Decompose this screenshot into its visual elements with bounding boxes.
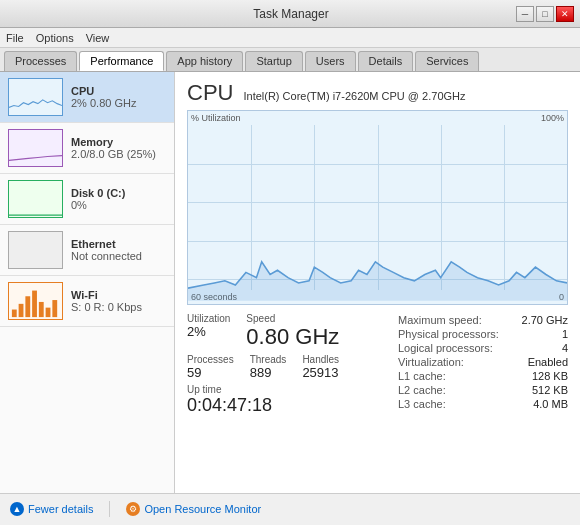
resource-monitor-button[interactable]: ⚙ Open Resource Monitor bbox=[126, 502, 261, 516]
cpu-header: CPU Intel(R) Core(TM) i7-2620M CPU @ 2.7… bbox=[187, 80, 568, 106]
threads-label: Threads bbox=[250, 354, 287, 365]
svg-rect-6 bbox=[19, 304, 24, 317]
tab-startup[interactable]: Startup bbox=[245, 51, 302, 71]
physical-label: Physical processors: bbox=[398, 328, 499, 340]
footer: ▲ Fewer details ⚙ Open Resource Monitor bbox=[0, 493, 580, 523]
window-title: Task Manager bbox=[66, 7, 516, 21]
processes-block: Processes 59 bbox=[187, 354, 234, 380]
fewer-details-icon: ▲ bbox=[10, 502, 24, 516]
speed-block: Speed 0.80 GHz bbox=[246, 313, 339, 350]
virtualization-value: Enabled bbox=[528, 356, 568, 368]
virtualization-row: Virtualization: Enabled bbox=[398, 355, 568, 369]
utilization-block: Utilization 2% bbox=[187, 313, 230, 350]
svg-rect-3 bbox=[9, 232, 62, 268]
l1-row: L1 cache: 128 KB bbox=[398, 369, 568, 383]
logical-label: Logical processors: bbox=[398, 342, 493, 354]
threads-block: Threads 889 bbox=[250, 354, 287, 380]
processes-label: Processes bbox=[187, 354, 234, 365]
util-speed-row: Utilization 2% Speed 0.80 GHz bbox=[187, 313, 398, 350]
disk-label: Disk 0 (C:) 0% bbox=[71, 187, 125, 211]
minimize-button[interactable]: ─ bbox=[516, 6, 534, 22]
cpu-panel-title: CPU bbox=[187, 80, 233, 106]
svg-rect-8 bbox=[32, 291, 37, 318]
stats-left: Utilization 2% Speed 0.80 GHz Processes … bbox=[187, 313, 398, 416]
menu-options[interactable]: Options bbox=[36, 32, 74, 44]
chart-util-label: % Utilization bbox=[191, 113, 241, 123]
uptime-value: 0:04:47:18 bbox=[187, 395, 398, 416]
uptime-block: Up time 0:04:47:18 bbox=[187, 384, 398, 416]
tab-users[interactable]: Users bbox=[305, 51, 356, 71]
ethernet-thumbnail bbox=[8, 231, 63, 269]
resource-monitor-icon: ⚙ bbox=[126, 502, 140, 516]
resource-monitor-label: Open Resource Monitor bbox=[144, 503, 261, 515]
l3-label: L3 cache: bbox=[398, 398, 446, 410]
footer-separator bbox=[109, 501, 110, 517]
logical-value: 4 bbox=[562, 342, 568, 354]
svg-rect-1 bbox=[9, 130, 62, 166]
tab-details[interactable]: Details bbox=[358, 51, 414, 71]
uptime-label: Up time bbox=[187, 384, 398, 395]
util-value: 2% bbox=[187, 324, 230, 339]
svg-rect-5 bbox=[12, 310, 17, 318]
l2-row: L2 cache: 512 KB bbox=[398, 383, 568, 397]
fewer-details-label: Fewer details bbox=[28, 503, 93, 515]
l3-value: 4.0 MB bbox=[533, 398, 568, 410]
stats-area: Utilization 2% Speed 0.80 GHz Processes … bbox=[187, 313, 568, 416]
handles-block: Handles 25913 bbox=[302, 354, 339, 380]
window-controls: ─ □ ✕ bbox=[516, 6, 574, 22]
threads-value: 889 bbox=[250, 365, 287, 380]
physical-row: Physical processors: 1 bbox=[398, 327, 568, 341]
processes-value: 59 bbox=[187, 365, 234, 380]
sidebar: CPU 2% 0.80 GHz Memory 2.0/8.0 GB (25%) bbox=[0, 72, 175, 493]
fewer-details-button[interactable]: ▲ Fewer details bbox=[10, 502, 93, 516]
l2-label: L2 cache: bbox=[398, 384, 446, 396]
tab-processes[interactable]: Processes bbox=[4, 51, 77, 71]
menu-file[interactable]: File bbox=[6, 32, 24, 44]
wifi-label: Wi-Fi S: 0 R: 0 Kbps bbox=[71, 289, 142, 313]
virtualization-label: Virtualization: bbox=[398, 356, 464, 368]
tab-services[interactable]: Services bbox=[415, 51, 479, 71]
util-label: Utilization bbox=[187, 313, 230, 324]
max-speed-row: Maximum speed: 2.70 GHz bbox=[398, 313, 568, 327]
main-content: CPU 2% 0.80 GHz Memory 2.0/8.0 GB (25%) bbox=[0, 72, 580, 493]
l3-row: L3 cache: 4.0 MB bbox=[398, 397, 568, 411]
physical-value: 1 bbox=[562, 328, 568, 340]
tab-performance[interactable]: Performance bbox=[79, 51, 164, 71]
sidebar-item-disk[interactable]: Disk 0 (C:) 0% bbox=[0, 174, 174, 225]
sidebar-item-ethernet[interactable]: Ethernet Not connected bbox=[0, 225, 174, 276]
ethernet-label: Ethernet Not connected bbox=[71, 238, 142, 262]
cpu-chart: % Utilization 100% 60 seconds 0 bbox=[187, 110, 568, 305]
title-bar: Task Manager ─ □ ✕ bbox=[0, 0, 580, 28]
menu-view[interactable]: View bbox=[86, 32, 110, 44]
memory-thumbnail bbox=[8, 129, 63, 167]
chart-100-label: 100% bbox=[541, 113, 564, 123]
handles-value: 25913 bbox=[302, 365, 339, 380]
tab-app-history[interactable]: App history bbox=[166, 51, 243, 71]
svg-rect-2 bbox=[9, 181, 62, 217]
tab-bar: Processes Performance App history Startu… bbox=[0, 48, 580, 72]
speed-label: Speed bbox=[246, 313, 339, 324]
svg-rect-10 bbox=[46, 308, 51, 317]
memory-label: Memory 2.0/8.0 GB (25%) bbox=[71, 136, 156, 160]
proc-thread-handle-row: Processes 59 Threads 889 Handles 25913 bbox=[187, 354, 398, 380]
svg-rect-9 bbox=[39, 302, 44, 317]
sidebar-item-cpu[interactable]: CPU 2% 0.80 GHz bbox=[0, 72, 174, 123]
maximize-button[interactable]: □ bbox=[536, 6, 554, 22]
l2-value: 512 KB bbox=[532, 384, 568, 396]
cpu-thumbnail bbox=[8, 78, 63, 116]
svg-rect-11 bbox=[52, 300, 57, 317]
handles-label: Handles bbox=[302, 354, 339, 365]
cpu-chart-svg bbox=[188, 125, 567, 301]
stats-right: Maximum speed: 2.70 GHz Physical process… bbox=[398, 313, 568, 416]
cpu-model: Intel(R) Core(TM) i7-2620M CPU @ 2.70GHz bbox=[243, 90, 465, 102]
close-button[interactable]: ✕ bbox=[556, 6, 574, 22]
svg-rect-7 bbox=[25, 296, 30, 317]
disk-thumbnail bbox=[8, 180, 63, 218]
max-speed-label: Maximum speed: bbox=[398, 314, 482, 326]
sidebar-item-wifi[interactable]: Wi-Fi S: 0 R: 0 Kbps bbox=[0, 276, 174, 327]
sidebar-item-memory[interactable]: Memory 2.0/8.0 GB (25%) bbox=[0, 123, 174, 174]
right-panel: CPU Intel(R) Core(TM) i7-2620M CPU @ 2.7… bbox=[175, 72, 580, 493]
svg-rect-0 bbox=[9, 79, 62, 115]
speed-value: 0.80 GHz bbox=[246, 324, 339, 350]
l1-label: L1 cache: bbox=[398, 370, 446, 382]
